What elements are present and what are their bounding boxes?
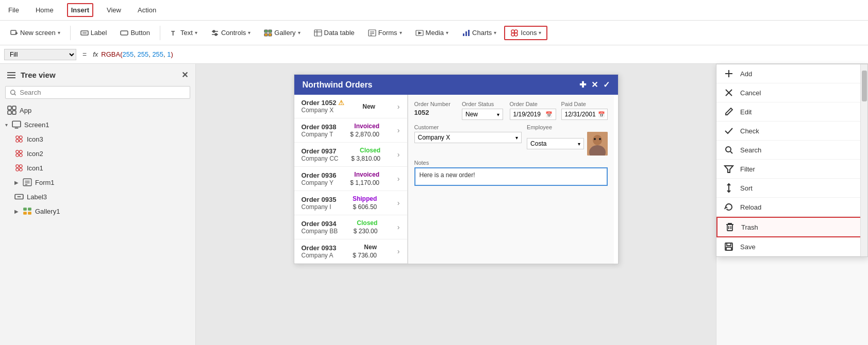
employee-photo-svg bbox=[587, 132, 608, 156]
svg-point-48 bbox=[20, 165, 23, 168]
scrollbar-thumb bbox=[862, 71, 867, 101]
text-icon: T bbox=[170, 29, 178, 37]
menu-home[interactable]: Home bbox=[32, 4, 57, 16]
pencil-icon bbox=[724, 107, 734, 117]
fill-selector[interactable]: Fill bbox=[4, 49, 76, 60]
sidebar-item-icon2[interactable]: Icon2 bbox=[0, 146, 195, 161]
app-icon bbox=[7, 106, 16, 115]
notes-field: Notes Here is a new order! bbox=[414, 160, 608, 186]
order-num-0935: Order 0935 bbox=[302, 196, 337, 203]
close-button[interactable]: ✕ bbox=[181, 70, 188, 80]
dropdown-item-save[interactable]: Save bbox=[716, 237, 867, 256]
order-row-0937[interactable]: Order 0937 Company CC Closed $ 3,810.00 … bbox=[294, 143, 407, 167]
employee-dropdown[interactable]: Costa ▾ bbox=[527, 138, 583, 149]
fill-dropdown[interactable]: Fill bbox=[4, 49, 76, 60]
order-left-0936: Order 0936 Company Y bbox=[302, 171, 337, 186]
save-label: Save bbox=[740, 243, 756, 251]
order-row-1052[interactable]: Order 1052 ⚠ Company X New › bbox=[294, 95, 407, 118]
form1-label: Form1 bbox=[35, 179, 55, 186]
charts-btn-label: Charts bbox=[472, 29, 492, 37]
media-button[interactable]: Media ▾ bbox=[410, 26, 454, 40]
order-row-0934[interactable]: Order 0934 Company BB Closed $ 230.00 › bbox=[294, 215, 407, 239]
formula-value: RGBA(255, 255, 255, 1) bbox=[101, 50, 173, 58]
order-date-value: 1/19/2019 bbox=[513, 111, 541, 118]
dropdown-scrollbar[interactable] bbox=[860, 64, 867, 256]
sidebar-item-form1[interactable]: ▶ Form1 bbox=[0, 175, 195, 189]
order-row-0935[interactable]: Order 0935 Company I Shipped $ 606.50 › bbox=[294, 191, 407, 215]
right-panel: SCREE Scre Prop Fill Backg Imag Add bbox=[716, 64, 868, 345]
dropdown-item-edit[interactable]: Edit bbox=[716, 102, 867, 122]
gallery-button[interactable]: Gallery ▾ bbox=[258, 26, 306, 40]
add-order-button[interactable]: ✚ bbox=[579, 80, 586, 90]
menu-insert[interactable]: Insert bbox=[67, 3, 93, 17]
svg-point-40 bbox=[20, 136, 23, 139]
floppy-icon bbox=[724, 242, 734, 252]
charts-button[interactable]: Charts ▾ bbox=[456, 26, 502, 40]
trash-icon bbox=[725, 222, 735, 232]
sidebar-item-app[interactable]: App bbox=[0, 103, 195, 117]
controls-button[interactable]: Controls ▾ bbox=[205, 26, 256, 40]
order-status-0938: Invoiced bbox=[354, 123, 379, 130]
dropdown-item-add[interactable]: Add bbox=[716, 64, 867, 83]
magnify-icon bbox=[724, 145, 734, 155]
order-row-0938[interactable]: Order 0938 Company T Invoiced $ 2,870.00… bbox=[294, 118, 407, 143]
sep2 bbox=[160, 26, 160, 40]
forms-button[interactable]: Forms ▾ bbox=[362, 26, 408, 40]
search-input[interactable] bbox=[20, 89, 186, 96]
icon2-icon bbox=[14, 149, 24, 158]
form1-expand[interactable]: ▶ bbox=[14, 180, 19, 185]
button-button[interactable]: Button bbox=[114, 26, 156, 40]
svg-rect-37 bbox=[12, 121, 21, 127]
gallery1-expand[interactable]: ▶ bbox=[14, 209, 19, 214]
sidebar-item-icon1[interactable]: Icon1 bbox=[0, 161, 195, 175]
notes-input[interactable]: Here is a new order! bbox=[414, 167, 608, 186]
dropdown-item-search[interactable]: Search bbox=[716, 141, 867, 160]
dropdown-item-sort[interactable]: Sort bbox=[716, 179, 867, 198]
dropdown-item-cancel[interactable]: Cancel bbox=[716, 83, 867, 102]
search-box[interactable] bbox=[5, 86, 190, 99]
hamburger-icon[interactable] bbox=[7, 72, 15, 78]
menu-view[interactable]: View bbox=[104, 4, 124, 16]
order-date-field: Order Date 1/19/2019 📅 bbox=[510, 101, 556, 120]
paid-date-input[interactable]: 12/31/2001 📅 bbox=[561, 109, 608, 120]
dropdown-item-trash[interactable]: Trash bbox=[716, 217, 867, 237]
dropdown-item-check[interactable]: Check bbox=[716, 122, 867, 141]
sidebar-item-screen1[interactable]: ▾ Screen1 bbox=[0, 117, 195, 132]
order-number-label: Order Number bbox=[414, 101, 457, 107]
new-screen-button[interactable]: New screen ▾ bbox=[4, 26, 66, 40]
order-row-0936[interactable]: Order 0936 Company Y Invoiced $ 1,170.00… bbox=[294, 167, 407, 191]
order-chevron-0938: › bbox=[397, 126, 400, 134]
check-order-button[interactable]: ✓ bbox=[603, 80, 610, 90]
order-right-0936: Invoiced $ 1,170.00 bbox=[350, 171, 379, 186]
filter-icon bbox=[724, 164, 734, 174]
new-screen-icon bbox=[10, 29, 18, 37]
order-date-input[interactable]: 1/19/2019 📅 bbox=[510, 109, 556, 120]
formula-bar: Fill = fx RGBA(255, 255, 255, 1) bbox=[0, 45, 868, 64]
screen1-expand[interactable]: ▾ bbox=[5, 122, 8, 128]
close-order-button[interactable]: ✕ bbox=[591, 80, 598, 90]
order-status-0937: Closed bbox=[360, 147, 380, 154]
menu-file[interactable]: File bbox=[5, 4, 22, 16]
customer-field: Customer Company X ▾ bbox=[414, 124, 522, 156]
order-status-dropdown[interactable]: New ▾ bbox=[462, 109, 503, 120]
dropdown-item-reload[interactable]: Reload bbox=[716, 198, 867, 217]
text-button[interactable]: T Text ▾ bbox=[164, 26, 203, 40]
svg-point-50 bbox=[20, 168, 23, 171]
text-btn-label: Text bbox=[180, 29, 193, 37]
customer-dropdown[interactable]: Company X ▾ bbox=[414, 132, 522, 143]
sidebar-item-label3[interactable]: Label3 bbox=[0, 189, 195, 204]
sidebar-item-gallery1[interactable]: ▶ Gallery1 bbox=[0, 204, 195, 218]
order-status-0934: Closed bbox=[357, 219, 377, 227]
order-right-0934: Closed $ 230.00 bbox=[354, 219, 378, 235]
dropdown-item-filter[interactable]: Filter bbox=[716, 160, 867, 179]
data-table-button[interactable]: Data table bbox=[308, 26, 360, 40]
svg-point-27 bbox=[511, 30, 514, 33]
sidebar-item-icon3[interactable]: Icon3 bbox=[0, 132, 195, 146]
order-row-0933[interactable]: Order 0933 Company A New $ 736.00 › bbox=[294, 239, 407, 264]
media-chevron: ▾ bbox=[446, 30, 448, 36]
order-company-0934: Company BB bbox=[302, 228, 338, 235]
icons-button[interactable]: Icons ▾ bbox=[504, 26, 547, 40]
label-button[interactable]: Label bbox=[75, 26, 113, 40]
menu-action[interactable]: Action bbox=[135, 4, 159, 16]
label-btn-label: Label bbox=[91, 29, 107, 37]
